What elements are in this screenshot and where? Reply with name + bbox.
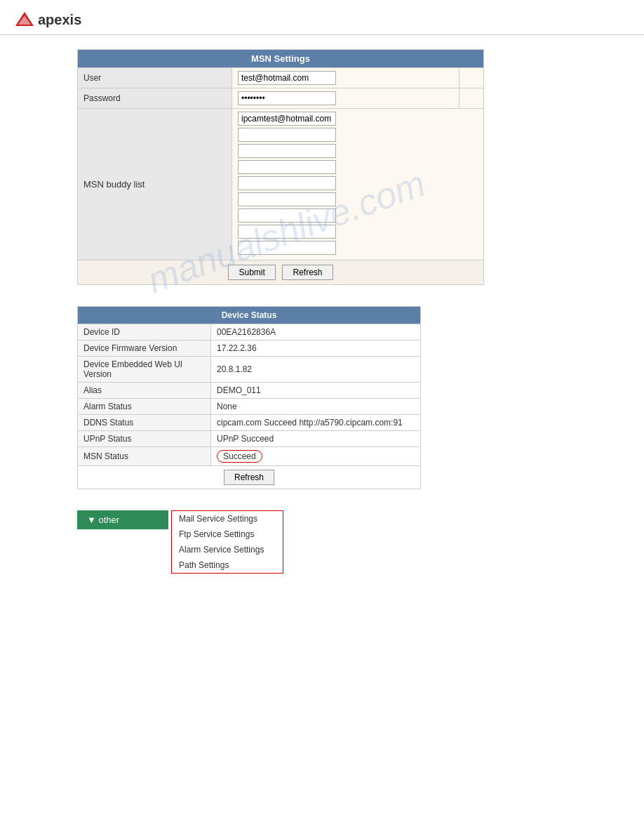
buddy-input-4[interactable] xyxy=(238,160,336,174)
device-status-row: Device Embedded Web UI Version20.8.1.82 xyxy=(78,357,421,383)
device-status-value: 00EA2162836A xyxy=(211,324,421,340)
device-status-label: UPnP Status xyxy=(78,431,211,447)
buddy-list-row: MSN buddy list xyxy=(78,109,484,260)
buddy-input-5[interactable] xyxy=(238,176,336,190)
header: apexis xyxy=(0,0,644,35)
logo-icon xyxy=(14,11,35,29)
other-menu-item[interactable]: Path Settings xyxy=(172,557,283,573)
device-status-row: AliasDEMO_011 xyxy=(78,383,421,399)
device-status-row: Alarm StatusNone xyxy=(78,399,421,415)
device-status-value: cipcam.com Succeed http://a5790.cipcam.c… xyxy=(211,415,421,431)
device-status-label: DDNS Status xyxy=(78,415,211,431)
user-input[interactable] xyxy=(238,71,336,85)
msn-settings-title: MSN Settings xyxy=(78,50,484,68)
device-status-label: MSN Status xyxy=(78,447,211,466)
device-status-value: 17.22.2.36 xyxy=(211,340,421,357)
device-status-value: UPnP Succeed xyxy=(211,431,421,447)
buddy-input-8[interactable] xyxy=(238,225,336,239)
other-button[interactable]: ▼ other xyxy=(77,510,168,529)
user-value-cell xyxy=(232,68,459,88)
device-status-refresh-button[interactable]: Refresh xyxy=(224,470,274,485)
device-status-refresh-cell: Refresh xyxy=(78,466,421,489)
password-label: Password xyxy=(78,88,232,109)
device-status-row: DDNS Statuscipcam.com Succeed http://a57… xyxy=(78,415,421,431)
device-status-title: Device Status xyxy=(78,307,421,324)
user-row: User xyxy=(78,68,484,88)
device-status-label: Device ID xyxy=(78,324,211,340)
password-input[interactable] xyxy=(238,91,336,105)
other-menu-item[interactable]: Mail Service Settings xyxy=(172,511,283,527)
device-status-value: 20.8.1.82 xyxy=(211,357,421,383)
other-menu-item[interactable]: Ftp Service Settings xyxy=(172,527,283,542)
device-status-label: Alarm Status xyxy=(78,399,211,415)
device-status-refresh-row: Refresh xyxy=(78,466,421,489)
msn-refresh-button[interactable]: Refresh xyxy=(282,265,333,280)
msn-buttons-cell: Submit Refresh xyxy=(78,260,484,285)
logo: apexis xyxy=(14,11,81,29)
password-extra xyxy=(459,88,483,109)
msn-submit-button[interactable]: Submit xyxy=(228,265,275,280)
device-status-label: Device Embedded Web UI Version xyxy=(78,357,211,383)
user-extra xyxy=(459,68,483,88)
other-menu-dropdown: Mail Service SettingsFtp Service Setting… xyxy=(171,510,283,574)
buddy-inputs-cell xyxy=(232,109,484,260)
device-status-value: DEMO_011 xyxy=(211,383,421,399)
user-label: User xyxy=(78,68,232,88)
device-status-value: None xyxy=(211,399,421,415)
buddy-input-9[interactable] xyxy=(238,241,336,255)
main-content: MSN Settings User Password MSN buddy lis… xyxy=(0,35,644,588)
device-status-label: Device Firmware Version xyxy=(78,340,211,357)
logo-text: apexis xyxy=(38,12,81,28)
buddy-input-1[interactable] xyxy=(238,112,336,126)
other-section: ▼ other Mail Service SettingsFtp Service… xyxy=(77,510,567,574)
device-status-label: Alias xyxy=(78,383,211,399)
msn-button-row: Submit Refresh xyxy=(78,260,484,285)
device-status-value: Succeed xyxy=(211,447,421,466)
buddy-input-2[interactable] xyxy=(238,128,336,142)
device-status-row: MSN StatusSucceed xyxy=(78,447,421,466)
buddy-input-7[interactable] xyxy=(238,208,336,223)
buddy-list-label: MSN buddy list xyxy=(78,109,232,260)
device-status-table: Device Status Device ID00EA2162836ADevic… xyxy=(77,306,421,489)
other-menu-item[interactable]: Alarm Service Settings xyxy=(172,542,283,557)
device-status-row: Device ID00EA2162836A xyxy=(78,324,421,340)
password-value-cell xyxy=(232,88,459,109)
msn-settings-table: MSN Settings User Password MSN buddy lis… xyxy=(77,49,484,285)
buddy-input-3[interactable] xyxy=(238,144,336,158)
device-status-row: UPnP StatusUPnP Succeed xyxy=(78,431,421,447)
password-row: Password xyxy=(78,88,484,109)
buddy-input-6[interactable] xyxy=(238,192,336,206)
succeed-badge: Succeed xyxy=(217,450,262,463)
device-status-row: Device Firmware Version17.22.2.36 xyxy=(78,340,421,357)
